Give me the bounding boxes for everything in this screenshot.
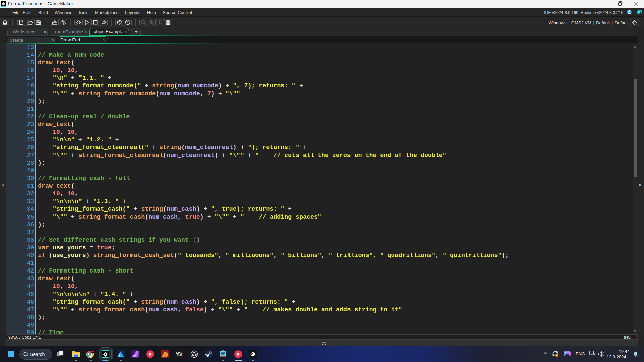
svg-text:?: ? xyxy=(127,21,128,24)
svg-text:GAMES: GAMES xyxy=(177,354,182,356)
svg-text:EPIC: EPIC xyxy=(176,351,183,354)
